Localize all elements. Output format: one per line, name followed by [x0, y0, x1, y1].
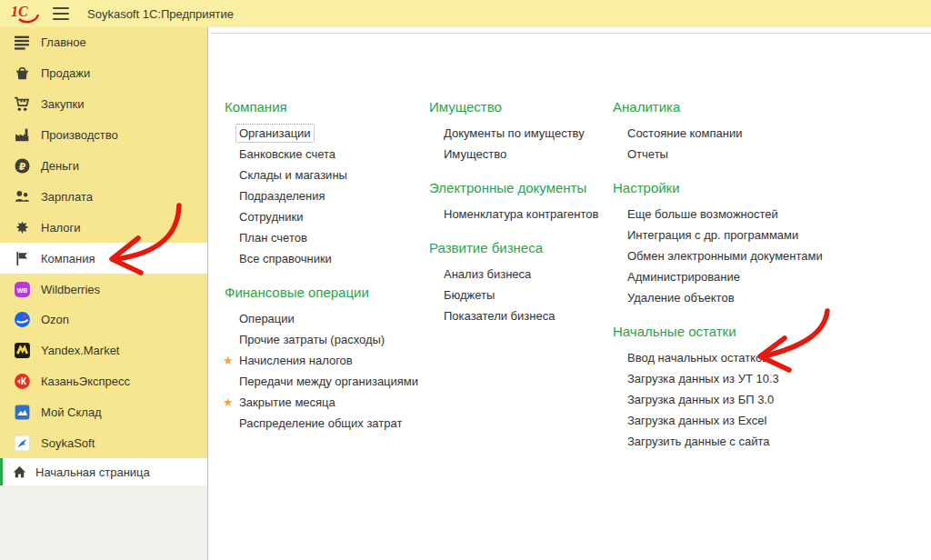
menu-link[interactable]: Обмен электронными документами: [613, 245, 840, 266]
menu-section: КомпанияОрганизацииБанковские счетаСклад…: [225, 99, 423, 269]
menu-link[interactable]: Еще больше возможностей: [613, 204, 840, 225]
yandex-badge-icon: [14, 342, 31, 359]
menu-link-label: Банковские счета: [239, 147, 335, 161]
menu-link[interactable]: Загрузить данные с сайта: [613, 431, 840, 452]
menu-link[interactable]: Все справочники: [225, 248, 423, 269]
menu-link-label: Начисления налогов: [239, 354, 353, 367]
sidebar-item-soykasoft[interactable]: SoykaSoft: [0, 428, 207, 459]
sidebar-item-glavnoe[interactable]: Главное: [0, 27, 207, 58]
section-title: Развитие бизнеса: [429, 240, 616, 256]
sidebar-item-label: Продажи: [41, 66, 90, 80]
menu-section: ИмуществоДокументы по имуществуИмущество: [429, 99, 616, 165]
menu-link-label: Документы по имуществу: [444, 126, 585, 140]
menu-link-label: Анализ бизнеса: [444, 267, 531, 281]
sidebar-item-label: Главное: [41, 35, 86, 49]
menu-link[interactable]: Склады и магазины: [225, 165, 423, 185]
menu-link-label: Имущество: [444, 147, 506, 161]
menu-link[interactable]: Отчеты: [613, 144, 840, 165]
sidebar-item-proizvodstvo[interactable]: Производство: [0, 120, 207, 151]
basket-icon: [14, 65, 31, 82]
menu-link[interactable]: Интеграция с др. программами: [613, 225, 840, 245]
menu-link-label: Еще больше возможностей: [627, 207, 778, 221]
menu-link[interactable]: Банковские счета: [225, 144, 423, 165]
sidebar-item-dengi[interactable]: ₽Деньги: [0, 151, 207, 182]
section-title: Электронные документы: [429, 180, 616, 196]
sidebar-item-kazanexpress[interactable]: ККазаньЭкспресс: [0, 366, 207, 397]
sidebar-item-label: SoykaSoft: [41, 436, 95, 450]
menu-link[interactable]: Загрузка данных из БП 3.0: [613, 389, 840, 410]
menu-link-label: Загрузка данных из Excel: [627, 414, 766, 427]
menu-section: Электронные документыНоменклатура контра…: [429, 180, 616, 225]
svg-text:₽: ₽: [19, 161, 26, 173]
menu-link-label: Загрузка данных из БП 3.0: [627, 393, 774, 406]
menu-link[interactable]: План счетов: [225, 227, 423, 248]
menu-link[interactable]: Бюджеты: [429, 285, 616, 305]
sidebar-item-wildberries[interactable]: WBWildberries: [0, 274, 207, 305]
moysklad-badge-icon: [14, 404, 31, 421]
sidebar-item-home[interactable]: Начальная страница: [0, 458, 207, 485]
sidebar-item-kompaniya[interactable]: Компания: [0, 243, 207, 274]
menu-link[interactable]: Ввод начальных остатков: [613, 347, 840, 368]
sidebar-item-zakupki[interactable]: Закупки: [0, 89, 207, 120]
menu-link[interactable]: Показатели бизнеса: [429, 305, 616, 326]
logo-text: 1С: [11, 4, 28, 19]
section-title: Настройки: [613, 180, 840, 196]
menu-link-label: Сотрудники: [239, 210, 303, 224]
menu-link[interactable]: Загрузка данных из Excel: [613, 410, 840, 431]
sidebar-item-ozon[interactable]: Ozon: [0, 305, 207, 335]
menu-link[interactable]: Распределение общих затрат: [225, 413, 423, 434]
menu-link[interactable]: ★Закрытие месяца: [225, 392, 423, 413]
sidebar-item-label: Закупки: [41, 97, 84, 111]
eagle-icon: [14, 219, 31, 236]
sidebar-item-label: Зарплата: [41, 190, 93, 204]
sidebar-item-label: Wildberries: [41, 283, 100, 296]
menu-link-label: Загрузить данные с сайта: [627, 435, 769, 448]
svg-text:К: К: [21, 377, 27, 387]
svg-text:WB: WB: [17, 286, 28, 293]
menu-section: Начальные остаткиВвод начальных остатков…: [613, 324, 840, 452]
sidebar-item-label: Начальная страница: [35, 465, 150, 479]
content-column-1: КомпанияОрганизацииБанковские счетаСклад…: [225, 99, 423, 449]
menu-link[interactable]: Номенклатура контрагентов: [429, 204, 616, 225]
menu-link[interactable]: Прочие затраты (расходы): [225, 329, 423, 350]
titlebar: 1С Soykasoft 1С:Предприятие: [0, 0, 931, 27]
menu-link-label: Закрытие месяца: [239, 395, 335, 409]
menu-lines-icon: [14, 34, 31, 51]
favorite-star-icon[interactable]: ★: [223, 350, 234, 371]
ruble-coin-icon: ₽: [14, 157, 31, 175]
sidebar-item-zarplata[interactable]: Зарплата: [0, 181, 207, 212]
menu-link-label: Подразделения: [239, 189, 325, 203]
sidebar-item-yandex-market[interactable]: Yandex.Market: [0, 335, 207, 366]
sidebar-item-label: Мой Склад: [41, 405, 102, 419]
soyka-badge-icon: [14, 435, 31, 452]
menu-link[interactable]: Имущество: [429, 144, 616, 165]
menu-section: Развитие бизнесаАнализ бизнесаБюджетыПок…: [429, 240, 616, 326]
sidebar-item-nalogi[interactable]: Налоги: [0, 212, 207, 243]
kazan-badge-icon: К: [14, 373, 31, 390]
menu-link[interactable]: Операции: [225, 308, 423, 329]
sidebar-item-moysklad[interactable]: Мой Склад: [0, 397, 207, 428]
menu-link[interactable]: Загрузка данных из УТ 10.3: [613, 368, 840, 389]
menu-link-label: Склады и магазины: [239, 168, 347, 182]
menu-link-label: Удаление объектов: [627, 291, 735, 305]
menu-link[interactable]: Подразделения: [225, 185, 423, 206]
favorite-star-icon[interactable]: ★: [223, 392, 234, 413]
menu-link[interactable]: Передачи между организациями: [225, 371, 423, 392]
menu-link[interactable]: Сотрудники: [225, 206, 423, 227]
hamburger-menu-icon[interactable]: [53, 7, 69, 20]
menu-link[interactable]: Состояние компании: [613, 123, 840, 144]
ozon-badge-icon: [14, 311, 31, 328]
section-title: Финансовые операции: [225, 285, 423, 301]
menu-link-label: Администрирование: [627, 270, 740, 284]
menu-link[interactable]: ★Начисления налогов: [225, 350, 423, 371]
menu-link[interactable]: Анализ бизнеса: [429, 264, 616, 285]
menu-link[interactable]: Организации: [225, 123, 423, 144]
sidebar-item-prodazhi[interactable]: Продажи: [0, 58, 207, 89]
menu-link[interactable]: Администрирование: [613, 266, 840, 287]
window-title: Soykasoft 1С:Предприятие: [87, 7, 234, 21]
menu-link[interactable]: Документы по имуществу: [429, 123, 616, 144]
menu-link-label: Передачи между организациями: [239, 375, 418, 388]
section-title: Аналитика: [613, 99, 840, 115]
menu-link-label: Ввод начальных остатков: [627, 351, 768, 365]
menu-link[interactable]: Удаление объектов: [613, 287, 840, 308]
